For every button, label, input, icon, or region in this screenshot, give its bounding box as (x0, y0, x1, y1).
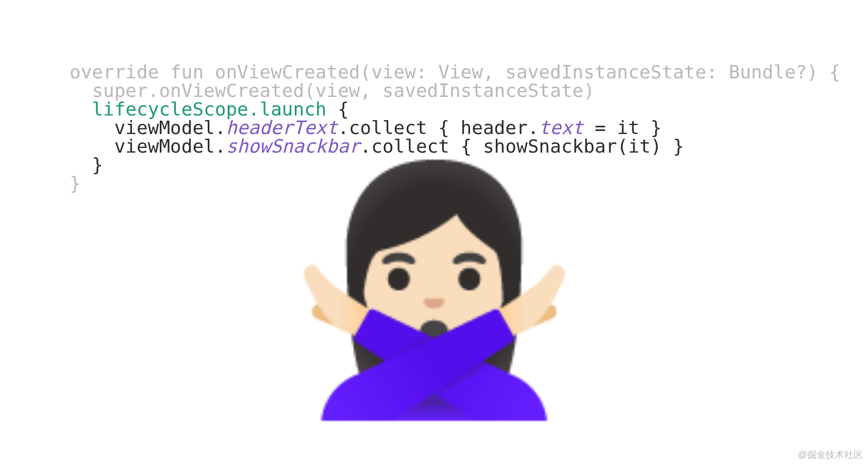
code-line-5-a: viewModel. (70, 136, 226, 157)
code-line-3-brace: { (338, 98, 349, 120)
code-line-4-a: viewModel. (70, 117, 226, 138)
code-line-4-prop: headerText (226, 117, 338, 138)
code-line-3-launch: launch (259, 98, 338, 120)
code-line-6: } (70, 154, 103, 175)
code-line-3-dot: . (248, 98, 260, 120)
code-line-7: } (70, 173, 81, 194)
watermark-text: @掘金技术社区 (798, 449, 863, 461)
code-line-3-indent (70, 98, 92, 120)
no-gesture-emoji: 🙅🏻‍♀️ (286, 170, 582, 407)
code-line-2: super.onViewCreated(view, savedInstanceS… (70, 80, 595, 101)
code-line-1: override fun onViewCreated(view: View, s… (70, 61, 841, 82)
code-line-3-scope: lifecycleScope (92, 98, 248, 120)
code-line-4-c: .collect { header. (338, 117, 539, 138)
code-line-4-e: = it } (583, 117, 662, 138)
code-line-4-text: text (539, 117, 583, 138)
